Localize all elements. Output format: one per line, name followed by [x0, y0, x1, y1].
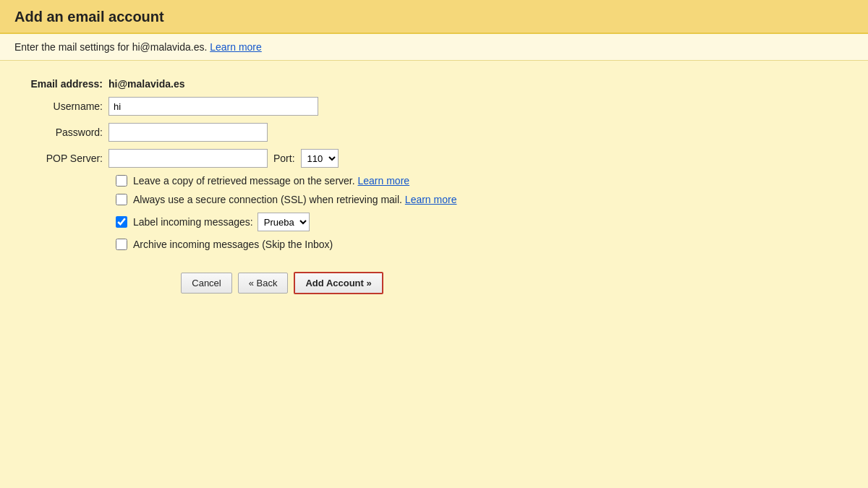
username-label: Username:	[29, 100, 109, 112]
content-area: Email address: hi@malavida.es Username: …	[0, 61, 868, 488]
form-section: Email address: hi@malavida.es Username: …	[29, 78, 535, 294]
title-bar: Add an email account	[0, 0, 868, 34]
pop-server-port-group: Port: 110 995	[109, 149, 339, 168]
email-address-value: hi@malavida.es	[109, 78, 184, 90]
checkbox2-row: Always use a secure connection (SSL) whe…	[29, 194, 535, 205]
email-address-label: Email address:	[29, 78, 109, 90]
checkbox1-row: Leave a copy of retrieved message on the…	[29, 175, 535, 187]
port-label: Port:	[273, 153, 295, 164]
ssl-learn-more-link[interactable]: Learn more	[405, 194, 457, 205]
copy-message-label[interactable]: Leave a copy of retrieved message on the…	[133, 175, 409, 187]
ssl-label[interactable]: Always use a secure connection (SSL) whe…	[133, 194, 456, 205]
ssl-checkbox[interactable]	[116, 194, 127, 205]
copy-message-learn-more-link[interactable]: Learn more	[358, 175, 410, 187]
back-button[interactable]: « Back	[238, 273, 289, 294]
button-row: Cancel « Back Add Account »	[29, 272, 535, 294]
pop-server-row: POP Server: Port: 110 995	[29, 149, 535, 168]
archive-incoming-label[interactable]: Archive incoming messages (Skip the Inbo…	[133, 239, 333, 250]
copy-message-checkbox[interactable]	[116, 175, 127, 187]
subtitle-bar: Enter the mail settings for hi@malavida.…	[0, 34, 868, 61]
username-input[interactable]	[109, 97, 318, 116]
username-row: Username:	[29, 97, 535, 116]
checkbox4-row: Archive incoming messages (Skip the Inbo…	[29, 239, 535, 250]
subtitle-text: Enter the mail settings for hi@malavida.…	[14, 41, 207, 53]
subtitle-learn-more-link[interactable]: Learn more	[210, 41, 262, 53]
port-select[interactable]: 110 995	[301, 149, 339, 168]
page-wrapper: Add an email account Enter the mail sett…	[0, 0, 868, 488]
page-title: Add an email account	[14, 9, 854, 25]
pop-server-label: POP Server:	[29, 153, 109, 164]
add-account-button[interactable]: Add Account »	[294, 272, 383, 294]
password-row: Password:	[29, 123, 535, 142]
checkbox3-row: Label incoming messages: Prueba	[29, 213, 535, 231]
password-input[interactable]	[109, 123, 268, 142]
label-incoming-checkbox[interactable]	[116, 216, 127, 228]
archive-incoming-checkbox[interactable]	[116, 239, 127, 250]
label-incoming-label[interactable]: Label incoming messages: Prueba	[133, 213, 310, 231]
label-select[interactable]: Prueba	[258, 213, 310, 231]
email-address-row: Email address: hi@malavida.es	[29, 78, 535, 90]
pop-server-input[interactable]	[109, 149, 268, 168]
cancel-button[interactable]: Cancel	[181, 273, 231, 294]
password-label: Password:	[29, 127, 109, 138]
